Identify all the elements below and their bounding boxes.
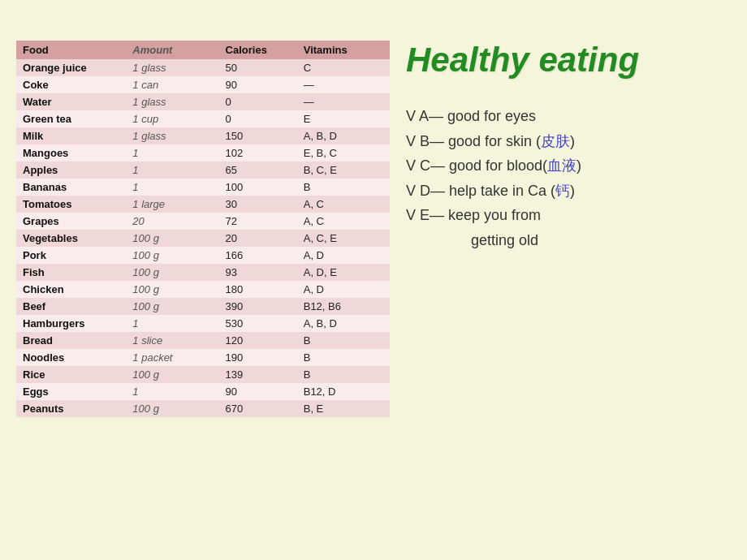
cell-19-3: B12, D — [297, 383, 390, 400]
table-row: Eggs190B12, D — [16, 383, 390, 400]
cell-6-1: 1 — [126, 162, 218, 179]
cell-7-1: 1 — [126, 179, 218, 196]
cell-15-3: A, B, D — [297, 315, 390, 332]
vitamin-c: V C— good for blood(血液) — [406, 153, 731, 179]
cell-6-3: B, C, E — [297, 162, 390, 179]
table-row: Fish100 g93A, D, E — [16, 264, 390, 281]
cell-4-2: 150 — [219, 127, 297, 144]
table-body: Orange juice1 glass50CCoke1 can90—Water1… — [16, 59, 390, 417]
cell-16-1: 1 slice — [126, 332, 218, 349]
table-row: Apples165B, C, E — [16, 162, 390, 179]
food-table: Food Amount Calories Vitamins Orange jui… — [16, 41, 390, 417]
cell-13-3: A, D — [297, 281, 390, 298]
cell-11-1: 100 g — [126, 247, 218, 264]
cell-14-2: 390 — [219, 298, 297, 315]
cell-14-1: 100 g — [126, 298, 218, 315]
cell-10-2: 20 — [219, 230, 297, 247]
cell-15-1: 1 — [126, 315, 218, 332]
page-title: Healthy eating — [406, 41, 731, 80]
cell-18-1: 100 g — [126, 366, 218, 383]
cell-4-3: A, B, D — [297, 127, 390, 144]
cell-11-2: 166 — [219, 247, 297, 264]
cell-0-2: 50 — [219, 59, 297, 76]
table-row: Coke1 can90— — [16, 76, 390, 93]
chinese-skin: 皮肤 — [541, 133, 570, 149]
table-row: Bread1 slice120B — [16, 332, 390, 349]
cell-12-1: 100 g — [126, 264, 218, 281]
cell-17-2: 190 — [219, 349, 297, 366]
cell-14-3: B12, B6 — [297, 298, 390, 315]
cell-1-3: — — [297, 76, 390, 93]
cell-3-0: Green tea — [16, 110, 126, 127]
cell-0-1: 1 glass — [126, 59, 218, 76]
table-section: Food Amount Calories Vitamins Orange jui… — [16, 41, 390, 417]
cell-16-3: B — [297, 332, 390, 349]
cell-8-2: 30 — [219, 196, 297, 213]
cell-3-2: 0 — [219, 110, 297, 127]
table-row: Mangoes1102E, B, C — [16, 144, 390, 162]
cell-13-1: 100 g — [126, 281, 218, 298]
table-row: Water1 glass0— — [16, 93, 390, 110]
cell-16-2: 120 — [219, 332, 297, 349]
cell-9-2: 72 — [219, 213, 297, 230]
table-row: Hamburgers1530A, B, D — [16, 315, 390, 332]
cell-2-3: — — [297, 93, 390, 110]
cell-20-2: 670 — [219, 400, 297, 417]
cell-10-1: 100 g — [126, 230, 218, 247]
cell-16-0: Bread — [16, 332, 126, 349]
cell-20-0: Peanuts — [16, 400, 126, 417]
chinese-calcium: 钙 — [555, 183, 570, 199]
cell-2-0: Water — [16, 93, 126, 110]
col-calories: Calories — [219, 41, 297, 59]
cell-4-1: 1 glass — [126, 127, 218, 144]
cell-19-0: Eggs — [16, 383, 126, 400]
cell-8-0: Tomatoes — [16, 196, 126, 213]
cell-17-0: Noodles — [16, 349, 126, 366]
cell-10-3: A, C, E — [297, 230, 390, 247]
cell-11-0: Pork — [16, 247, 126, 264]
cell-5-2: 102 — [219, 144, 297, 162]
cell-12-3: A, D, E — [297, 264, 390, 281]
vitamin-b: V B— good for skin (皮肤) — [406, 129, 731, 154]
cell-15-0: Hamburgers — [16, 315, 126, 332]
table-row: Vegetables100 g20A, C, E — [16, 230, 390, 247]
cell-0-0: Orange juice — [16, 59, 126, 76]
table-row: Green tea1 cup0E — [16, 110, 390, 127]
page-container: Food Amount Calories Vitamins Orange jui… — [16, 16, 731, 544]
cell-0-3: C — [297, 59, 390, 76]
table-row: Grapes2072A, C — [16, 213, 390, 230]
table-row: Milk1 glass150A, B, D — [16, 127, 390, 144]
table-row: Noodles1 packet190B — [16, 349, 390, 366]
cell-8-1: 1 large — [126, 196, 218, 213]
vitamin-e-line2: getting old — [406, 232, 538, 248]
table-row: Orange juice1 glass50C — [16, 59, 390, 76]
vitamins-list: V A— good for eyes V B— good for skin (皮… — [406, 104, 731, 253]
cell-9-0: Grapes — [16, 213, 126, 230]
cell-7-2: 100 — [219, 179, 297, 196]
table-row: Rice100 g139B — [16, 366, 390, 383]
cell-2-1: 1 glass — [126, 93, 218, 110]
cell-12-0: Fish — [16, 264, 126, 281]
cell-1-0: Coke — [16, 76, 126, 93]
cell-11-3: A, D — [297, 247, 390, 264]
cell-14-0: Beef — [16, 298, 126, 315]
cell-7-0: Bananas — [16, 179, 126, 196]
col-amount: Amount — [126, 41, 218, 59]
col-vitamins: Vitamins — [297, 41, 390, 59]
vitamin-d: V D— help take in Ca (钙) — [406, 179, 731, 204]
table-row: Chicken100 g180A, D — [16, 281, 390, 298]
table-row: Bananas1100B — [16, 179, 390, 196]
cell-15-2: 530 — [219, 315, 297, 332]
cell-20-1: 100 g — [126, 400, 218, 417]
cell-5-1: 1 — [126, 144, 218, 162]
cell-1-2: 90 — [219, 76, 297, 93]
vitamin-a: V A— good for eyes — [406, 104, 731, 129]
cell-19-1: 1 — [126, 383, 218, 400]
cell-10-0: Vegetables — [16, 230, 126, 247]
cell-6-2: 65 — [219, 162, 297, 179]
cell-1-1: 1 can — [126, 76, 218, 93]
vitamin-e: V E— keep you fromgetting old — [406, 203, 731, 252]
cell-13-2: 180 — [219, 281, 297, 298]
cell-3-3: E — [297, 110, 390, 127]
cell-9-1: 20 — [126, 213, 218, 230]
